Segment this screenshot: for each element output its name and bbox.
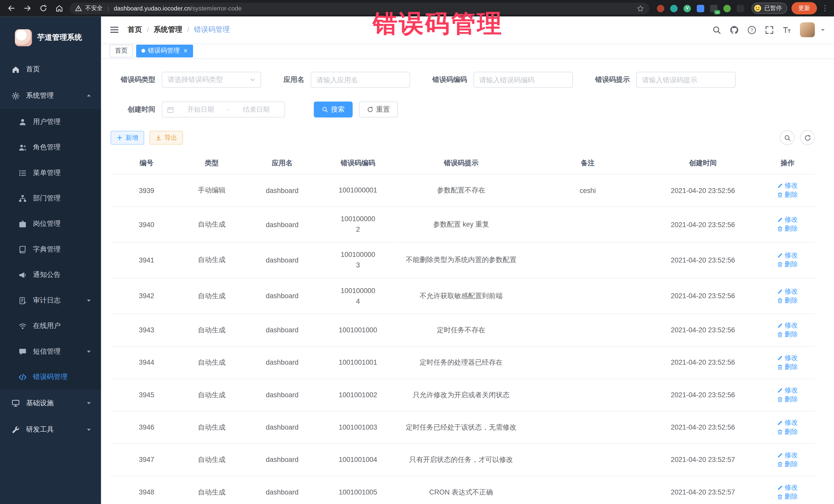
browser-forward-icon[interactable] [23,4,31,12]
avatar-caret-icon[interactable] [820,27,826,32]
error-type-select[interactable]: 请选择错误码类型 [162,72,261,88]
error-code-input[interactable] [474,72,573,88]
browser-reload-icon[interactable] [39,4,47,12]
start-date-input[interactable] [177,106,224,113]
sidebar-item-sms[interactable]: 短信管理 [0,339,101,364]
delete-link[interactable]: 删除 [777,395,798,404]
sidebar-item-label: 用户管理 [33,117,61,127]
top-navbar: 首页 / 系统管理 / 错误码管理 ? [101,17,834,43]
chrome-update-button[interactable]: 更新 [791,2,817,14]
red-circle-extension-icon[interactable] [657,5,664,12]
delete-link[interactable]: 删除 [777,224,798,234]
font-size-icon[interactable] [783,25,791,34]
sidebar-item-users[interactable]: 用户管理 [0,109,101,134]
edit-link[interactable]: 修改 [777,451,798,460]
delete-link[interactable]: 删除 [777,296,798,305]
edit-link[interactable]: 修改 [777,483,798,492]
tag-error-code[interactable]: 错误码管理× [136,44,193,57]
url-path: /system/error-code [191,5,242,12]
browser-menu-icon[interactable]: ⋮ [821,4,829,12]
sidebar-item-dict[interactable]: 字典管理 [0,237,101,262]
sidebar-item-online-users[interactable]: 在线用户 [0,313,101,338]
add-button[interactable]: 新增 [111,131,144,145]
error-type-label: 错误码类型 [111,75,155,84]
browser-back-icon[interactable] [7,4,15,12]
app-logo[interactable]: 芋道管理系统 [0,17,101,56]
app-name-input[interactable] [310,72,410,88]
fullscreen-icon[interactable] [765,25,774,34]
export-button[interactable]: 导出 [149,131,183,145]
delete-link[interactable]: 删除 [777,363,798,372]
sidebar-item-posts[interactable]: 岗位管理 [0,211,101,236]
delete-link[interactable]: 删除 [777,260,798,269]
user-avatar-image[interactable] [800,22,815,37]
sidebar-item-devtools[interactable]: 研发工具 [0,416,101,443]
reset-button[interactable]: 重置 [359,102,398,117]
tag-home[interactable]: 首页 [110,44,133,57]
address-bar[interactable]: 不安全 | dashboard.yudao.iocoder.cn/system/… [70,2,650,14]
cell-note [530,379,646,411]
date-range-picker[interactable]: - [162,102,285,117]
help-icon[interactable]: ? [747,25,756,34]
cell-type: 自动生成 [182,411,241,443]
table-row: 3942 自动生成 dashboard 100100000 4 不允许获取敏感配… [111,278,815,314]
bookmark-star-icon[interactable] [637,5,644,12]
error-message-input[interactable] [636,72,736,88]
sidebar-item-infra[interactable]: 基础设施 [0,390,101,416]
sidebar-item-notice[interactable]: 通知公告 [0,262,101,287]
delete-link[interactable]: 删除 [777,330,798,339]
search-button[interactable]: 搜索 [314,102,353,117]
toggle-search-icon[interactable] [780,130,795,145]
edit-link[interactable]: 修改 [777,418,798,427]
delete-link[interactable]: 删除 [777,460,798,469]
edit-link[interactable]: 修改 [777,353,798,363]
green-extension-icon[interactable] [723,5,731,12]
edit-link[interactable]: 修改 [777,251,798,260]
sidebar-item-label: 首页 [26,64,40,74]
sidebar-item-error-code[interactable]: 错误码管理 [0,364,101,390]
cell-note [530,242,646,278]
github-icon[interactable] [730,25,739,34]
profile-paused-badge[interactable]: 已暂停 [752,3,787,14]
puzzle-extension-icon[interactable] [737,5,744,12]
cell-code: 100100000 3 [323,242,392,278]
cell-code: 100100000 4 [323,278,392,314]
switch-extension-icon[interactable]: on [710,5,718,12]
edit-link[interactable]: 修改 [777,181,798,190]
vue-devtools-extension-icon[interactable]: V [683,5,691,12]
sidebar-item-label: 角色管理 [33,143,61,152]
delete-link[interactable]: 删除 [777,191,798,199]
sidebar-item-depts[interactable]: 部门管理 [0,185,101,211]
delete-link[interactable]: 删除 [777,427,798,436]
browser-home-icon[interactable] [56,4,63,12]
delete-link[interactable]: 删除 [777,492,798,501]
teal-extension-icon[interactable] [670,5,678,12]
trash-icon [777,226,783,232]
sidebar-item-menus[interactable]: 菜单管理 [0,160,101,185]
sidebar-item-system[interactable]: 系统管理 [0,82,101,109]
sidebar-item-label: 通知公告 [33,270,61,280]
cell-app: dashboard [241,174,323,206]
cell-create-time: 2021-04-20 23:52:57 [646,476,760,504]
refresh-table-icon[interactable] [800,130,815,145]
breadcrumb-system[interactable]: 系统管理 [154,25,182,35]
export-button-label: 导出 [164,133,177,142]
hamburger-icon[interactable] [110,25,119,35]
browser-toolbar: 不安全 | dashboard.yudao.iocoder.cn/system/… [0,0,834,17]
tools-icon [12,425,20,434]
breadcrumb-home[interactable]: 首页 [128,25,142,35]
edit-link[interactable]: 修改 [777,287,798,296]
edit-link[interactable]: 修改 [777,215,798,224]
sidebar-item-roles[interactable]: 角色管理 [0,134,101,160]
sidebar-item-home[interactable]: 首页 [0,56,101,83]
browser-nav-buttons [7,4,63,12]
sidebar-item-audit-log[interactable]: 审计日志 [0,288,101,313]
cell-app: dashboard [241,346,323,378]
header-search-icon[interactable] [712,25,721,34]
tag-label: 错误码管理 [148,46,180,55]
blue-grid-extension-icon[interactable] [697,5,704,12]
tag-close-icon[interactable]: × [183,47,188,54]
edit-link[interactable]: 修改 [777,321,798,330]
edit-link[interactable]: 修改 [777,386,798,395]
end-date-input[interactable] [233,106,280,113]
